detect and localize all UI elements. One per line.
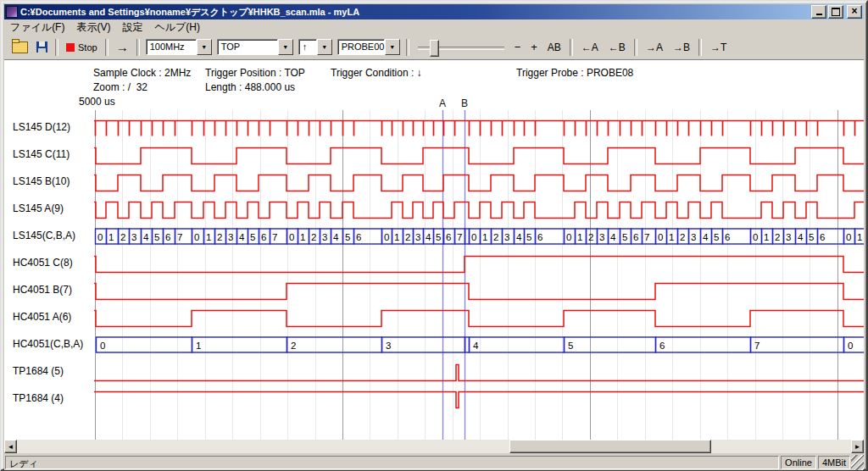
svg-text:2: 2 bbox=[680, 232, 685, 242]
chevron-down-icon[interactable]: ▼ bbox=[197, 39, 212, 55]
svg-text:0: 0 bbox=[753, 232, 758, 242]
menu-settings[interactable]: 設定 bbox=[116, 19, 148, 36]
svg-text:5: 5 bbox=[622, 232, 627, 242]
svg-text:0: 0 bbox=[658, 232, 663, 242]
sample-clock-combo[interactable]: 100MHz ▼ bbox=[146, 39, 212, 55]
svg-text:5: 5 bbox=[154, 232, 159, 242]
zoom-out-button[interactable]: − bbox=[509, 39, 526, 55]
app-icon bbox=[6, 6, 18, 18]
svg-text:5: 5 bbox=[568, 341, 573, 351]
svg-text:1: 1 bbox=[108, 232, 114, 242]
svg-text:3: 3 bbox=[322, 232, 327, 242]
svg-text:2: 2 bbox=[405, 232, 410, 242]
resize-grip-icon[interactable] bbox=[851, 455, 864, 470]
chevron-down-icon[interactable]: ▼ bbox=[385, 39, 400, 55]
svg-text:6: 6 bbox=[356, 232, 361, 242]
menu-help[interactable]: ヘルプ(H) bbox=[148, 19, 206, 36]
goto-trigger-button[interactable]: →T bbox=[705, 40, 732, 55]
svg-text:6: 6 bbox=[820, 232, 825, 242]
minimize-icon bbox=[816, 8, 822, 15]
svg-text:1: 1 bbox=[394, 232, 399, 242]
svg-text:1: 1 bbox=[300, 232, 305, 242]
set-marker-b-button[interactable]: →B bbox=[668, 40, 695, 55]
trigger-condition-info: Trigger Condition : ↓ bbox=[331, 67, 422, 79]
svg-text:0: 0 bbox=[289, 232, 294, 242]
marker-b-label: B bbox=[461, 97, 468, 109]
zoom-ab-button[interactable]: AB bbox=[542, 40, 566, 55]
zoom-slider-thumb[interactable] bbox=[430, 40, 439, 57]
close-icon: × bbox=[851, 7, 857, 15]
trigger-edge-combo[interactable]: ↑ ▼ bbox=[298, 39, 332, 55]
svg-text:0: 0 bbox=[100, 341, 105, 351]
trigger-probe-combo[interactable]: PROBE00 ▼ bbox=[337, 39, 400, 55]
svg-text:6: 6 bbox=[659, 341, 665, 351]
scroll-right-button[interactable]: ► bbox=[851, 440, 864, 453]
svg-text:3: 3 bbox=[415, 232, 420, 242]
menu-view[interactable]: 表示(V) bbox=[70, 19, 116, 36]
save-button[interactable] bbox=[32, 40, 52, 54]
minimize-button[interactable] bbox=[811, 5, 826, 19]
svg-text:1: 1 bbox=[482, 232, 487, 242]
chevron-down-icon[interactable]: ▼ bbox=[278, 39, 293, 55]
svg-text:0: 0 bbox=[384, 232, 389, 242]
maximize-button[interactable] bbox=[828, 5, 843, 19]
svg-text:0: 0 bbox=[194, 232, 199, 242]
time-scale-label: 5000 us bbox=[79, 96, 115, 108]
svg-text:6: 6 bbox=[446, 232, 451, 242]
goto-marker-b-button[interactable]: ←B bbox=[604, 40, 631, 55]
scroll-left-button[interactable]: ◄ bbox=[4, 440, 17, 453]
svg-text:4: 4 bbox=[703, 232, 709, 242]
svg-text:4: 4 bbox=[239, 232, 245, 242]
sample-clock-info: Sample Clock : 2MHz bbox=[93, 67, 191, 79]
svg-text:5: 5 bbox=[345, 232, 350, 242]
trigger-position-combo[interactable]: TOP ▼ bbox=[217, 39, 293, 55]
toolbar-separator bbox=[698, 39, 702, 56]
stop-icon bbox=[66, 43, 75, 52]
open-folder-icon bbox=[12, 42, 28, 53]
svg-text:5: 5 bbox=[714, 232, 719, 242]
svg-text:3: 3 bbox=[691, 232, 696, 242]
memory-badge: 4MBit bbox=[818, 456, 850, 469]
set-marker-a-button[interactable]: →A bbox=[641, 40, 668, 55]
chevron-down-icon[interactable]: ▼ bbox=[317, 39, 332, 55]
goto-marker-a-button[interactable]: ←A bbox=[576, 40, 604, 55]
svg-text:6: 6 bbox=[725, 232, 730, 242]
zoom-in-button[interactable]: + bbox=[526, 39, 542, 55]
svg-text:1: 1 bbox=[577, 232, 582, 242]
scrollbar-thumb[interactable] bbox=[509, 440, 711, 453]
status-message: レディ bbox=[5, 456, 779, 469]
trigger-edge-value: ↑ bbox=[298, 39, 317, 55]
run-button[interactable]: → bbox=[112, 38, 133, 56]
svg-text:3: 3 bbox=[131, 232, 136, 242]
online-status-badge: Online bbox=[781, 456, 816, 469]
length-info: Length : 488.000 us bbox=[205, 81, 295, 93]
save-icon bbox=[36, 42, 47, 53]
svg-text:7: 7 bbox=[177, 232, 182, 242]
menu-file[interactable]: ファイル(F) bbox=[4, 19, 70, 36]
svg-text:2: 2 bbox=[493, 232, 498, 242]
waveform-canvas[interactable]: 0123456701234567012345601234567012345601… bbox=[4, 110, 864, 440]
svg-text:2: 2 bbox=[217, 232, 222, 242]
menu-bar: ファイル(F) 表示(V) 設定 ヘルプ(H) bbox=[4, 19, 864, 35]
svg-text:1: 1 bbox=[206, 232, 211, 242]
horizontal-scrollbar[interactable]: ◄ ► bbox=[4, 440, 864, 453]
svg-text:7: 7 bbox=[457, 232, 462, 242]
close-button[interactable]: × bbox=[847, 5, 862, 19]
svg-text:2: 2 bbox=[311, 232, 316, 242]
stop-button[interactable]: Stop bbox=[62, 41, 102, 54]
waveform-panel[interactable]: Sample Clock : 2MHz Trigger Position : T… bbox=[4, 60, 864, 440]
svg-text:6: 6 bbox=[261, 232, 266, 242]
svg-text:5: 5 bbox=[436, 232, 441, 242]
svg-text:4: 4 bbox=[610, 232, 616, 242]
trigger-probe-value: PROBE00 bbox=[337, 39, 385, 55]
svg-text:4: 4 bbox=[798, 232, 804, 242]
window-title: C:¥Documents and Settings¥noname¥デスクトップ¥… bbox=[20, 6, 811, 19]
title-bar[interactable]: C:¥Documents and Settings¥noname¥デスクトップ¥… bbox=[4, 4, 864, 19]
svg-text:4: 4 bbox=[516, 232, 522, 242]
svg-text:2: 2 bbox=[588, 232, 593, 242]
status-bar: レディ Online 4MBit bbox=[4, 453, 864, 470]
svg-text:0: 0 bbox=[848, 341, 853, 351]
open-button[interactable] bbox=[8, 40, 32, 55]
zoom-slider[interactable] bbox=[418, 40, 504, 55]
svg-text:6: 6 bbox=[537, 232, 542, 242]
